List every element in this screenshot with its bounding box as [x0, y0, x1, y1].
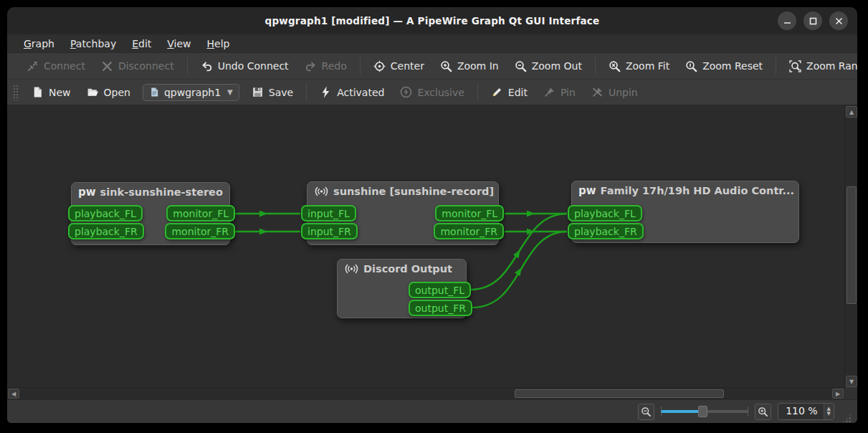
edit-toggle[interactable]: Edit [485, 82, 534, 102]
maximize-icon [809, 17, 817, 25]
title-bar: qpwgraph1 [modified] — A PipeWire Graph … [7, 7, 857, 34]
port-sink-monitor-fr[interactable]: monitor_FR [165, 223, 235, 239]
zoom-out-icon [641, 406, 652, 417]
zoom-range-icon [789, 60, 801, 72]
center-button[interactable]: Center [367, 57, 431, 76]
zoom-reset-button[interactable]: Zoom Reset [679, 57, 769, 76]
new-file-icon [32, 86, 44, 98]
new-button[interactable]: New [25, 82, 77, 102]
spin-down-icon[interactable]: ▼ [827, 411, 831, 417]
toolbar-separator [595, 57, 596, 75]
exclusive-bolt-icon [400, 86, 412, 98]
patchbay-select[interactable]: qpwgraph1 ▼ [143, 84, 239, 101]
minimize-icon [783, 17, 791, 25]
redo-button[interactable]: Redo [298, 57, 353, 76]
horizontal-scroll-thumb[interactable] [515, 389, 724, 398]
disconnect-button[interactable]: Disconnect [95, 57, 181, 76]
node-title: Family 17h/19h HD Audio Contr... [601, 185, 794, 196]
close-icon [835, 17, 843, 25]
save-button[interactable]: Save [245, 82, 300, 102]
vertical-scroll-thumb[interactable] [846, 186, 857, 304]
patchbay-file-icon [149, 87, 160, 97]
open-folder-icon [87, 86, 99, 98]
pin-button[interactable]: Pin [537, 82, 582, 102]
port-sunshine-monitor-fr[interactable]: monitor_FR [434, 223, 504, 239]
unpin-icon [591, 86, 604, 98]
zoom-fit-button[interactable]: Zoom Fit [602, 57, 676, 76]
port-sunshine-input-fl[interactable]: input_FL [301, 205, 356, 222]
broadcast-icon [314, 186, 329, 197]
node-title: sunshine [sunshine-record] [333, 186, 494, 197]
zoom-range-button[interactable]: Zoom Range [783, 57, 857, 76]
menu-patchbay[interactable]: Patchbay [62, 37, 124, 51]
unpin-button[interactable]: Unpin [585, 82, 644, 102]
activated-toggle[interactable]: Activated [313, 82, 391, 102]
activated-bolt-icon [320, 86, 332, 98]
connect-icon [27, 60, 39, 72]
port-sink-monitor-fl[interactable]: monitor_FL [166, 205, 235, 222]
app-window: qpwgraph1 [modified] — A PipeWire Graph … [7, 7, 857, 423]
zoom-slider[interactable] [661, 404, 748, 419]
port-discord-output-fl[interactable]: output_FL [409, 282, 471, 298]
menu-graph[interactable]: Graph [16, 37, 62, 51]
close-button[interactable] [829, 11, 848, 30]
zoom-out-button[interactable]: Zoom Out [508, 57, 588, 76]
vertical-scrollbar[interactable]: ▲ ▼ [844, 105, 857, 388]
zoom-in-icon [440, 60, 452, 72]
toolbar-separator [187, 57, 188, 75]
port-family-playback-fr[interactable]: playback_FR [568, 223, 644, 239]
menu-bar: Graph Patchbay Edit View Help [7, 34, 857, 52]
zoom-percent-spinbox[interactable]: 110 % ▲ ▼ [778, 403, 834, 420]
port-family-playback-fl[interactable]: playback_FL [568, 205, 642, 222]
window-title: qpwgraph1 [modified] — A PipeWire Graph … [265, 15, 600, 27]
broadcast-icon [344, 263, 359, 275]
scroll-up-button[interactable]: ▲ [846, 106, 857, 118]
toolbar-patchbay: New Open qpwgraph1 ▼ Save Activated Excl… [7, 79, 857, 105]
connection-wires [7, 105, 844, 388]
save-icon [252, 86, 264, 98]
menu-help[interactable]: Help [199, 37, 238, 51]
redo-icon [305, 60, 317, 72]
undo-connect-button[interactable]: Undo Connect [194, 57, 295, 76]
minimize-button[interactable] [778, 11, 796, 30]
scroll-left-button[interactable]: ◀ [8, 389, 19, 399]
disconnect-icon [101, 60, 113, 72]
scrollbar-corner [844, 387, 857, 399]
exclusive-toggle[interactable]: Exclusive [394, 82, 470, 102]
toolbar-separator [306, 84, 307, 101]
zoom-percent-value: 110 % [778, 404, 823, 419]
center-icon [373, 60, 386, 72]
port-sink-playback-fl[interactable]: playback_FL [68, 205, 143, 222]
resize-grip[interactable] [842, 414, 852, 423]
scroll-down-button[interactable]: ▼ [846, 376, 857, 387]
zoom-out-icon [515, 60, 527, 72]
spin-arrows[interactable]: ▲ ▼ [824, 404, 834, 419]
toolbar-drag-handle[interactable] [13, 85, 18, 100]
zoom-fit-icon [609, 60, 621, 72]
node-title: Discord Output [363, 263, 452, 275]
toolbar-main: Connect Disconnect Undo Connect Redo Cen… [7, 52, 857, 79]
port-sunshine-input-fr[interactable]: input_FR [301, 223, 358, 239]
zoom-reset-icon [685, 60, 697, 72]
port-discord-output-fr[interactable]: output_FR [409, 300, 472, 316]
menu-edit[interactable]: Edit [124, 37, 159, 51]
zoom-in-button[interactable]: Zoom In [434, 57, 505, 76]
port-sunshine-monitor-fl[interactable]: monitor_FL [435, 205, 504, 222]
zoom-slider-fill [661, 410, 702, 413]
zoom-slider-handle[interactable] [698, 406, 707, 417]
zoom-in-icon [758, 406, 768, 417]
menu-view[interactable]: View [159, 37, 199, 51]
open-button[interactable]: Open [80, 82, 137, 102]
undo-icon [201, 60, 213, 72]
maximize-button[interactable] [803, 11, 822, 30]
patchbay-select-value: qpwgraph1 [164, 87, 221, 98]
status-bar: 110 % ▲ ▼ [7, 399, 857, 423]
graph-canvas[interactable]: pw sink-sunshine-stereo sunshine [sunshi… [7, 105, 857, 399]
connect-button[interactable]: Connect [20, 57, 92, 76]
zoom-out-small-button[interactable] [638, 404, 654, 420]
scroll-right-button[interactable]: ▶ [832, 389, 844, 399]
port-sink-playback-fr[interactable]: playback_FR [68, 223, 144, 239]
graph-viewport[interactable]: pw sink-sunshine-stereo sunshine [sunshi… [7, 105, 844, 388]
zoom-in-small-button[interactable] [755, 404, 771, 420]
horizontal-scrollbar[interactable]: ◀ ▶ [7, 387, 844, 399]
